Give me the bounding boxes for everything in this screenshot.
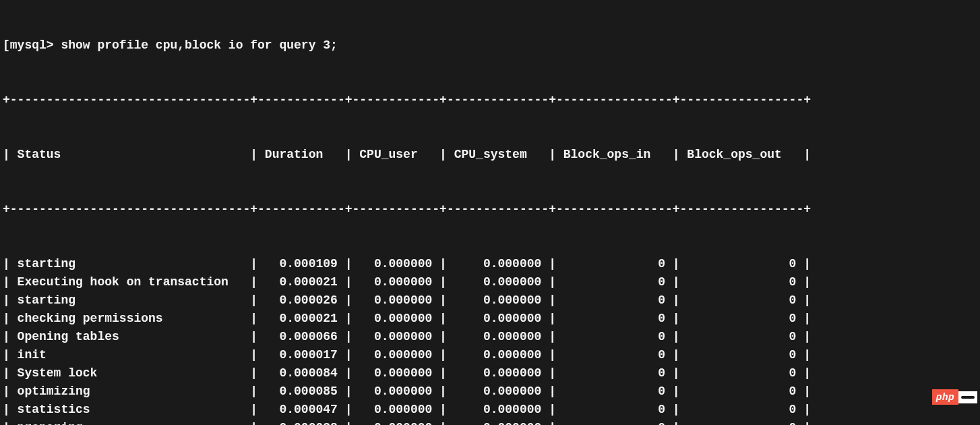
prompt-line[interactable]: [mysql> show profile cpu,block io for qu… bbox=[3, 36, 977, 55]
table-row: | checking permissions | 0.000021 | 0.00… bbox=[3, 310, 977, 328]
watermark: php bbox=[932, 389, 977, 405]
terminal-output: [mysql> show profile cpu,block io for qu… bbox=[0, 0, 980, 425]
table-border-top: +---------------------------------+-----… bbox=[3, 91, 977, 109]
table-row: | starting | 0.000026 | 0.000000 | 0.000… bbox=[3, 291, 977, 310]
table-row: | starting | 0.000109 | 0.000000 | 0.000… bbox=[3, 255, 977, 273]
watermark-icon bbox=[958, 391, 977, 403]
table-row: | optimizing | 0.000085 | 0.000000 | 0.0… bbox=[3, 382, 977, 401]
table-row: | Opening tables | 0.000066 | 0.000000 |… bbox=[3, 328, 977, 346]
table-row: | Executing hook on transaction | 0.0000… bbox=[3, 273, 977, 291]
table-header-row: | Status | Duration | CPU_user | CPU_sys… bbox=[3, 146, 977, 164]
table-row: | statistics | 0.000047 | 0.000000 | 0.0… bbox=[3, 401, 977, 419]
table-row: | System lock | 0.000084 | 0.000000 | 0.… bbox=[3, 364, 977, 382]
watermark-text: php bbox=[932, 389, 958, 405]
table-row: | init | 0.000017 | 0.000000 | 0.000000 … bbox=[3, 346, 977, 364]
table-border-mid: +---------------------------------+-----… bbox=[3, 200, 977, 219]
table-row: | preparing | 0.000038 | 0.000000 | 0.00… bbox=[3, 419, 977, 425]
